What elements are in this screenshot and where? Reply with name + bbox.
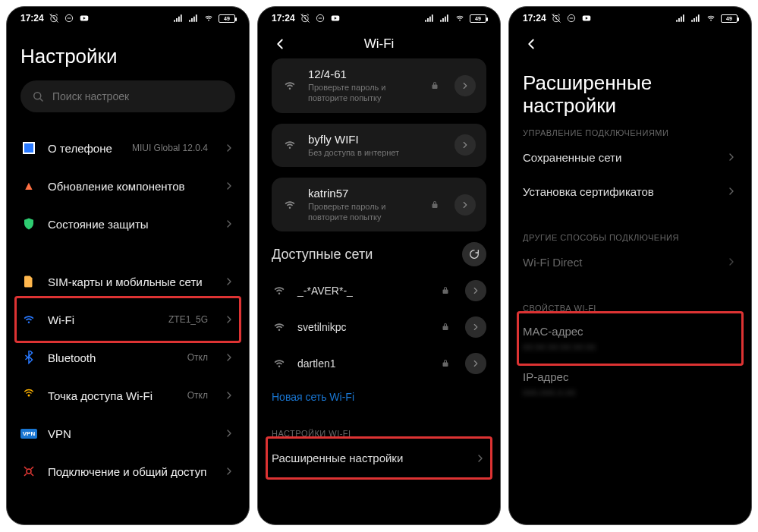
row-wifi-direct[interactable]: Wi-Fi Direct (523, 245, 738, 279)
search-input[interactable] (52, 90, 225, 102)
saved-network-card[interactable]: katrin57 Проверьте пароль и повторите по… (272, 178, 486, 232)
row-label: Bluetooth (48, 351, 177, 364)
network-detail-button[interactable] (454, 134, 476, 156)
wifi-properties-caption: СВОЙСТВА WI-FI (523, 304, 738, 313)
signal-icon (675, 13, 686, 24)
row-label: Состояние защиты (48, 218, 212, 231)
available-network-row[interactable]: _-*AVER*-_ (272, 272, 486, 309)
status-time: 17:24 (272, 13, 295, 24)
property-label: MAC-адрес (523, 325, 738, 338)
chevron-icon (725, 256, 738, 268)
youtube-icon (581, 13, 592, 24)
wifi-icon (272, 320, 287, 335)
wifi-settings-caption: НАСТРОЙКИ WI-FI (272, 429, 486, 438)
status-bar: 17:24 49 (258, 7, 500, 27)
hotspot-icon (20, 387, 37, 404)
row-connection-sharing[interactable]: Подключение и общий доступ (20, 452, 235, 490)
network-name: svetilnikpc (297, 321, 430, 333)
row-update[interactable]: ▲ Обновление компонентов (20, 167, 235, 205)
row-wifi[interactable]: Wi-Fi ZTE1_5G (20, 301, 235, 338)
row-label: Wi-Fi Direct (523, 256, 725, 269)
lock-icon (441, 323, 451, 332)
wifi-icon (203, 13, 214, 24)
available-networks-label: Доступные сети (272, 247, 373, 263)
wifi-icon (454, 13, 465, 24)
phone-advanced: 17:24 49 Расширенные настройки УПРАВЛЕНИ… (508, 6, 752, 525)
alarm-off-icon (49, 13, 59, 24)
chevron-icon (223, 465, 235, 477)
search-icon (31, 90, 45, 103)
signal-icon (439, 13, 450, 24)
row-value: MIUI Global 12.0.4 (132, 143, 208, 153)
chevron-icon (223, 313, 235, 326)
network-detail-button[interactable] (465, 316, 486, 338)
row-about-phone[interactable]: О телефоне MIUI Global 12.0.4 (20, 129, 235, 167)
bluetooth-icon (20, 349, 37, 366)
row-mac-address: MAC-адрес xx:xx:xx:xx:xx:xx (523, 316, 738, 361)
saved-network-card[interactable]: byfly WIFI Без доступа в интернет (272, 124, 486, 167)
dnd-icon (315, 13, 326, 24)
wifi-icon (272, 356, 287, 371)
row-install-certificates[interactable]: Установка сертификатов (523, 175, 738, 209)
refresh-button[interactable] (462, 242, 486, 266)
row-label: Расширенные настройки (272, 452, 474, 464)
row-vpn[interactable]: VPN VPN (20, 414, 235, 452)
alarm-off-icon (551, 13, 561, 24)
chevron-icon (223, 427, 235, 439)
update-icon: ▲ (20, 178, 37, 194)
row-sim[interactable]: SIM-карты и мобильные сети (20, 263, 235, 301)
wifi-icon (706, 13, 716, 24)
network-name: byfly WIFI (308, 133, 444, 146)
chevron-icon (223, 218, 235, 230)
lock-icon (441, 359, 451, 368)
signal-icon (424, 13, 435, 24)
dnd-icon (566, 13, 577, 24)
youtube-icon (79, 13, 90, 24)
row-label: Точка доступа Wi-Fi (48, 389, 177, 402)
phone-wifi: 17:24 49 Wi-Fi 12/4-61 Проверьте пароль … (257, 6, 501, 525)
row-bluetooth[interactable]: Bluetooth Откл (20, 338, 235, 376)
search-box[interactable] (20, 80, 235, 112)
network-detail-button[interactable] (454, 75, 476, 96)
network-name: katrin57 (308, 187, 420, 200)
vpn-icon: VPN (20, 425, 37, 442)
row-label: Подключение и общий доступ (48, 465, 212, 478)
row-hotspot[interactable]: Точка доступа Wi-Fi Откл (20, 376, 235, 414)
network-detail-button[interactable] (465, 353, 486, 374)
row-label: Установка сертификатов (523, 185, 725, 198)
svg-point-4 (28, 395, 30, 397)
status-bar: 17:24 49 (509, 7, 751, 27)
chevron-icon (223, 142, 235, 154)
status-time: 17:24 (20, 13, 44, 24)
chevron-icon (223, 389, 235, 401)
youtube-icon (330, 13, 341, 24)
network-detail-button[interactable] (465, 280, 486, 301)
row-label: VPN (48, 427, 212, 440)
network-name: 12/4-61 (308, 68, 420, 80)
chevron-icon (223, 275, 235, 288)
chevron-icon (725, 185, 738, 197)
connections-caption: УПРАВЛЕНИЕ ПОДКЛЮЧЕНИЯМИ (523, 128, 738, 137)
status-time: 17:24 (523, 13, 546, 24)
wifi-icon (20, 311, 37, 328)
add-network-link[interactable]: Новая сеть Wi-Fi (272, 382, 486, 418)
row-label: Wi-Fi (48, 313, 158, 326)
shield-icon (20, 216, 37, 232)
chevron-icon (223, 180, 235, 192)
phone-settings: 17:24 49 Настройки О телефоне MIUI Globa… (6, 6, 250, 525)
row-advanced-settings[interactable]: Расширенные настройки (272, 441, 486, 475)
saved-network-card[interactable]: 12/4-61 Проверьте пароль и повторите поп… (272, 58, 486, 113)
lock-icon (430, 200, 441, 209)
row-security[interactable]: Состояние защиты (20, 205, 235, 243)
signal-icon (173, 13, 184, 24)
row-label: SIM-карты и мобильные сети (48, 275, 212, 288)
row-label: Обновление компонентов (48, 180, 212, 193)
alarm-off-icon (300, 13, 310, 24)
available-network-row[interactable]: dartlen1 (272, 345, 486, 382)
available-network-row[interactable]: svetilnikpc (272, 309, 486, 345)
row-value: Откл (187, 352, 208, 363)
battery-indicator: 49 (470, 14, 486, 23)
back-button[interactable] (523, 36, 539, 52)
row-saved-networks[interactable]: Сохраненные сети (523, 140, 738, 175)
network-detail-button[interactable] (454, 194, 476, 216)
